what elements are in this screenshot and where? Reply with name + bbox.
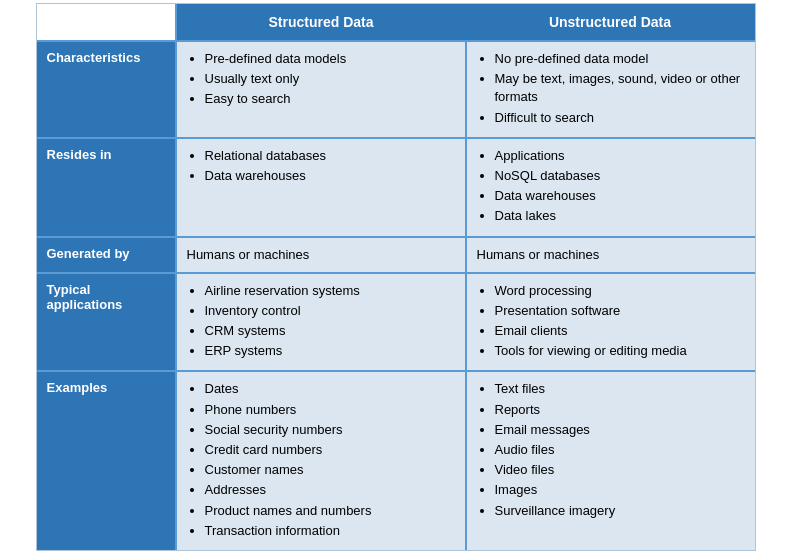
- list-item: Data warehouses: [495, 187, 745, 205]
- structured-cell: DatesPhone numbersSocial security number…: [177, 372, 467, 550]
- list-item: Product names and numbers: [205, 502, 455, 520]
- structured-cell: Pre-defined data modelsUsually text only…: [177, 42, 467, 137]
- unstructured-cell: Word processingPresentation softwareEmai…: [467, 274, 755, 371]
- list-item: CRM systems: [205, 322, 455, 340]
- structured-cell: Relational databasesData warehouses: [177, 139, 467, 236]
- list-item: Transaction information: [205, 522, 455, 540]
- list-item: Video files: [495, 461, 745, 479]
- list-item: Addresses: [205, 481, 455, 499]
- row-label: Examples: [37, 372, 177, 550]
- unstructured-cell: ApplicationsNoSQL databasesData warehous…: [467, 139, 755, 236]
- header-structured: Structured Data: [177, 4, 466, 40]
- header-empty-cell: [37, 4, 177, 40]
- comparison-table: Structured Data Unstructured Data Charac…: [36, 3, 756, 551]
- unstructured-cell: No pre-defined data modelMay be text, im…: [467, 42, 755, 137]
- row-label: Generated by: [37, 238, 177, 272]
- list-item: Word processing: [495, 282, 745, 300]
- list-item: Relational databases: [205, 147, 455, 165]
- list-item: Data lakes: [495, 207, 745, 225]
- list-item: Tools for viewing or editing media: [495, 342, 745, 360]
- list-item: Email messages: [495, 421, 745, 439]
- row-label: Characteristics: [37, 42, 177, 137]
- unstructured-cell: Humans or machines: [467, 238, 755, 272]
- list-item: No pre-defined data model: [495, 50, 745, 68]
- row-label: Typical applications: [37, 274, 177, 371]
- row-label: Resides in: [37, 139, 177, 236]
- table-row: ExamplesDatesPhone numbersSocial securit…: [37, 372, 755, 550]
- list-item: May be text, images, sound, video or oth…: [495, 70, 745, 106]
- list-item: Data warehouses: [205, 167, 455, 185]
- list-item: Phone numbers: [205, 401, 455, 419]
- list-item: Text files: [495, 380, 745, 398]
- list-item: Email clients: [495, 322, 745, 340]
- list-item: Applications: [495, 147, 745, 165]
- structured-cell: Airline reservation systemsInventory con…: [177, 274, 467, 371]
- list-item: Audio files: [495, 441, 745, 459]
- list-item: Presentation software: [495, 302, 745, 320]
- table-row: CharacteristicsPre-defined data modelsUs…: [37, 42, 755, 139]
- list-item: Customer names: [205, 461, 455, 479]
- list-item: Inventory control: [205, 302, 455, 320]
- list-item: Easy to search: [205, 90, 455, 108]
- list-item: Difficult to search: [495, 109, 745, 127]
- list-item: Social security numbers: [205, 421, 455, 439]
- list-item: Pre-defined data models: [205, 50, 455, 68]
- list-item: Surveillance imagery: [495, 502, 745, 520]
- plain-text: Humans or machines: [187, 246, 455, 264]
- table-row: Generated byHumans or machinesHumans or …: [37, 238, 755, 274]
- table-header: Structured Data Unstructured Data: [37, 4, 755, 42]
- list-item: Reports: [495, 401, 745, 419]
- structured-cell: Humans or machines: [177, 238, 467, 272]
- unstructured-cell: Text filesReportsEmail messagesAudio fil…: [467, 372, 755, 550]
- header-unstructured: Unstructured Data: [466, 4, 755, 40]
- list-item: Usually text only: [205, 70, 455, 88]
- list-item: Credit card numbers: [205, 441, 455, 459]
- list-item: ERP systems: [205, 342, 455, 360]
- table-row: Typical applicationsAirline reservation …: [37, 274, 755, 373]
- plain-text: Humans or machines: [477, 246, 745, 264]
- list-item: Images: [495, 481, 745, 499]
- list-item: NoSQL databases: [495, 167, 745, 185]
- list-item: Airline reservation systems: [205, 282, 455, 300]
- table-row: Resides inRelational databasesData wareh…: [37, 139, 755, 238]
- list-item: Dates: [205, 380, 455, 398]
